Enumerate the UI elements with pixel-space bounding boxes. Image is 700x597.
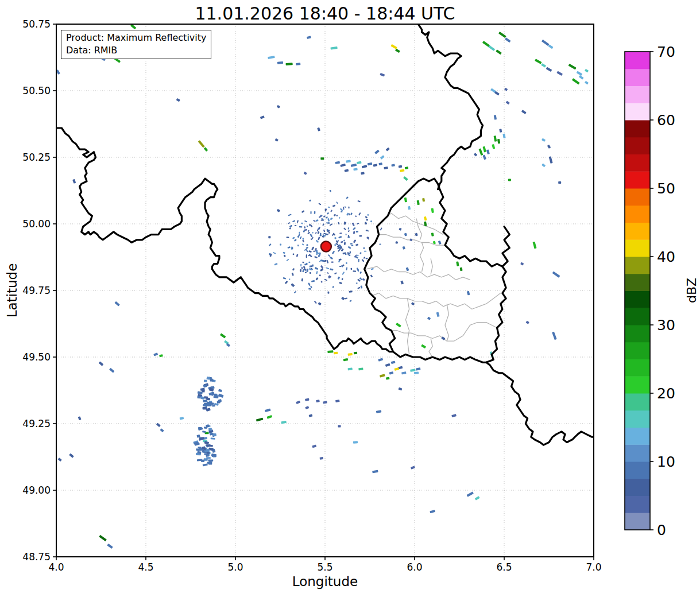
clutter-speck xyxy=(365,216,368,218)
clutter-speck xyxy=(338,236,342,239)
clutter-speck xyxy=(343,227,346,230)
clutter-speck xyxy=(328,231,330,234)
echo-mark xyxy=(69,453,74,458)
echo-mark xyxy=(505,37,511,42)
echo-mark xyxy=(406,267,409,271)
clutter-speck xyxy=(320,269,323,272)
echo-mark xyxy=(353,168,358,170)
echo-mark xyxy=(312,445,316,448)
clutter-speck xyxy=(334,272,337,274)
clutter-speck xyxy=(339,217,341,219)
echo-mark xyxy=(427,317,431,320)
canton-border-path xyxy=(416,219,421,240)
echo-mark xyxy=(579,75,584,80)
echo-mark xyxy=(417,200,420,206)
echo-mark xyxy=(316,400,320,402)
clutter-speck xyxy=(285,281,288,284)
clutter-speck xyxy=(359,252,362,254)
clutter-speck xyxy=(361,259,364,262)
echo-mark xyxy=(411,302,415,305)
clutter-speck xyxy=(334,214,337,216)
echo-mark xyxy=(346,160,351,162)
clutter-speck xyxy=(345,234,346,235)
gridlines xyxy=(56,24,594,557)
clutter-speck xyxy=(356,231,358,232)
clutter-speck xyxy=(292,268,295,271)
canton-border-path xyxy=(388,213,443,234)
x-tick-label: 5.5 xyxy=(317,561,332,573)
clutter-speck xyxy=(370,274,373,277)
echo-cluster-mark xyxy=(206,444,211,447)
echo-cluster-mark xyxy=(204,379,207,382)
echo-mark xyxy=(354,352,357,355)
y-tick-label: 50.00 xyxy=(22,218,51,230)
clutter-speck xyxy=(341,241,343,243)
clutter-speck xyxy=(280,243,281,245)
clutter-speck xyxy=(349,300,351,302)
echo-mark xyxy=(404,197,407,203)
echo-mark xyxy=(460,268,463,272)
x-tick-label: 6.5 xyxy=(496,561,512,573)
x-tick-label: 5.0 xyxy=(227,561,243,573)
clutter-speck xyxy=(367,214,369,216)
clutter-speck xyxy=(309,268,311,269)
echo-mark xyxy=(277,209,280,212)
echo-mark xyxy=(340,164,346,167)
echo-mark xyxy=(492,144,495,149)
clutter-speck xyxy=(314,301,317,304)
echo-mark xyxy=(268,56,275,59)
echo-cluster-mark xyxy=(212,405,215,407)
clutter-speck xyxy=(343,207,345,210)
echo-mark xyxy=(180,417,184,420)
echo-mark xyxy=(416,367,421,370)
clutter-speck xyxy=(298,234,300,237)
clutter-speck xyxy=(330,218,332,220)
colorbar-tick-label: 70 xyxy=(657,44,675,60)
clutter-speck xyxy=(327,260,329,263)
clutter-speck xyxy=(327,272,329,274)
echo-mark xyxy=(362,165,368,168)
echo-mark xyxy=(400,169,405,172)
colorbar-tick-label: 30 xyxy=(657,317,675,334)
echo-mark xyxy=(391,360,396,364)
clutter-speck xyxy=(320,233,322,236)
echo-cluster-mark xyxy=(206,454,209,457)
clutter-speck xyxy=(314,256,318,258)
clutter-speck xyxy=(301,267,303,269)
clutter-speck xyxy=(353,231,355,234)
colorbar-segment xyxy=(625,120,650,137)
y-tick-label: 49.50 xyxy=(22,351,51,363)
echo-mark xyxy=(533,242,537,249)
echo-cluster-mark xyxy=(204,441,209,445)
colorbar-segment xyxy=(625,376,650,393)
echo-mark xyxy=(497,139,500,144)
clutter-speck xyxy=(339,232,342,234)
clutter-speck xyxy=(366,258,368,259)
echo-cluster-mark xyxy=(208,428,212,431)
colorbar-segment xyxy=(625,274,650,291)
echo-mark xyxy=(542,138,546,142)
product-info-box: Product: Maximum Reflectivity Data: RMIB xyxy=(61,30,211,59)
echo-mark xyxy=(335,400,340,402)
clutter-speck xyxy=(340,208,343,211)
clutter-speck xyxy=(366,219,368,220)
clutter-speck xyxy=(304,263,307,266)
clutter-speck xyxy=(350,212,353,215)
clutter-speck xyxy=(294,239,297,242)
clutter-speck xyxy=(319,274,321,276)
echo-mark xyxy=(486,149,490,154)
echo-mark xyxy=(307,36,311,39)
echo-mark xyxy=(385,363,390,367)
echo-cluster-mark xyxy=(206,457,211,459)
clutter-speck xyxy=(289,278,290,280)
clutter-speck xyxy=(283,277,287,280)
echo-mark xyxy=(475,496,480,500)
clutter-speck xyxy=(310,286,312,288)
clutter-speck xyxy=(332,251,335,254)
echo-mark xyxy=(277,61,283,64)
clutter-speck xyxy=(315,219,318,222)
echo-mark xyxy=(373,164,378,166)
echo-mark xyxy=(334,352,338,355)
clutter-speck xyxy=(351,245,354,246)
colorbar-segment xyxy=(625,428,650,445)
